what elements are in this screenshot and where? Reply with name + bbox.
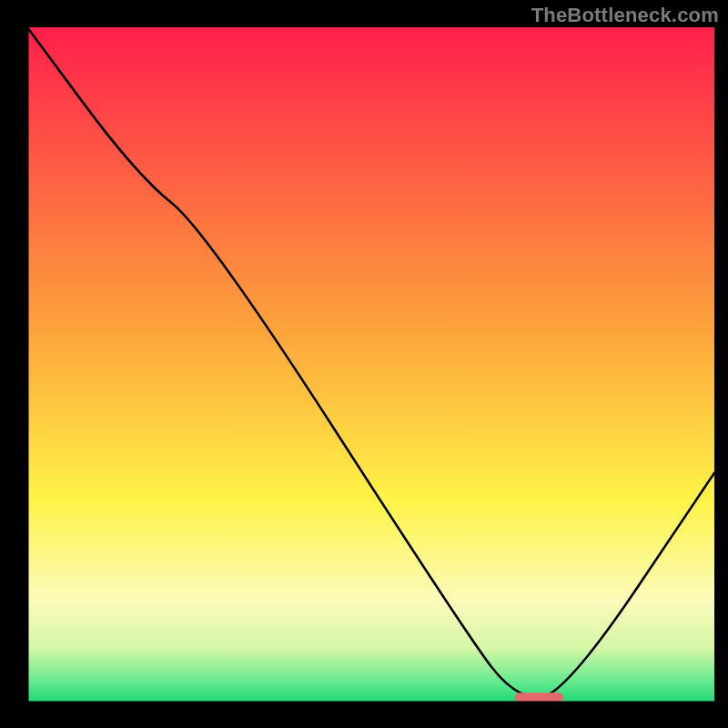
gradient-background (27, 27, 714, 703)
chart-frame: { "watermark": "TheBottleneck.com", "cha… (0, 0, 728, 728)
bottleneck-chart (0, 0, 728, 728)
